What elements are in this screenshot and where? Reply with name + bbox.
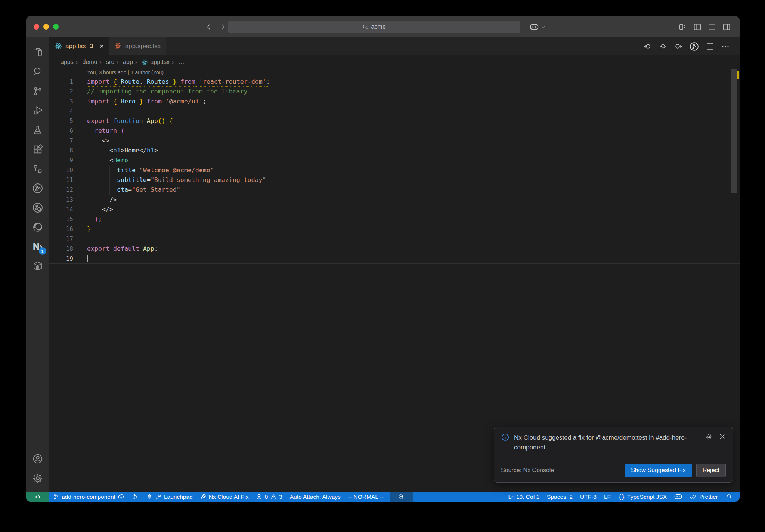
code-line[interactable]: 13 />: [49, 195, 740, 205]
toggle-primary-sidebar-icon[interactable]: [693, 23, 701, 31]
commit-graph-button[interactable]: [128, 492, 142, 502]
code-line[interactable]: 16}: [49, 224, 740, 234]
show-suggested-fix-button[interactable]: Show Suggested Fix: [625, 464, 692, 477]
code-line[interactable]: 17: [49, 234, 740, 244]
line-number[interactable]: 11: [49, 175, 73, 185]
sidebar-item-edge-devtools[interactable]: [26, 217, 49, 237]
line-number[interactable]: 17: [49, 234, 73, 244]
line-number[interactable]: 2: [49, 87, 73, 96]
zoom-window-button[interactable]: [53, 24, 59, 30]
toggle-secondary-sidebar-icon[interactable]: [722, 23, 731, 31]
line-number[interactable]: 18: [49, 244, 73, 254]
launchpad-button[interactable]: Launchpad: [142, 492, 196, 502]
command-center-search[interactable]: acme: [228, 21, 520, 33]
auto-attach-status[interactable]: Auto Attach: Always: [286, 492, 344, 502]
nav-edit-forward-icon[interactable]: [674, 42, 683, 51]
code-line[interactable]: 6 return (: [49, 126, 740, 136]
navigate-forward-icon[interactable]: [219, 23, 227, 31]
sidebar-item-hierarchy[interactable]: [26, 159, 49, 179]
eol-status[interactable]: LF: [600, 492, 614, 502]
breadcrumb-item[interactable]: app: [116, 58, 133, 66]
reject-button[interactable]: Reject: [696, 464, 726, 477]
nav-edit-back-icon[interactable]: [643, 42, 652, 51]
code-line[interactable]: 19: [49, 254, 740, 263]
line-number[interactable]: 12: [49, 185, 73, 195]
copilot-menu[interactable]: [530, 16, 545, 37]
line-number[interactable]: 8: [49, 146, 73, 155]
code-line[interactable]: 10 title="Welcmoe @acme/demo": [49, 166, 740, 175]
code-line[interactable]: 2// importing the component from the lib…: [49, 87, 740, 96]
line-number[interactable]: 1: [49, 77, 73, 87]
code-line[interactable]: 4: [49, 106, 740, 116]
code-line[interactable]: 7 <>: [49, 136, 740, 146]
line-number[interactable]: 19: [49, 254, 73, 264]
line-number[interactable]: 4: [49, 106, 73, 116]
sidebar-item-source-control[interactable]: [26, 81, 49, 101]
line-number[interactable]: 5: [49, 116, 73, 126]
indentation-status[interactable]: Spaces: 2: [543, 492, 576, 502]
notifications-bell[interactable]: [722, 492, 736, 502]
vim-mode-status[interactable]: -- NORMAL --: [344, 492, 387, 502]
accounts-button[interactable]: [26, 449, 49, 468]
line-number[interactable]: 7: [49, 136, 73, 146]
sidebar-item-extensions[interactable]: [26, 140, 49, 159]
sidebar-item-nx-project-details[interactable]: [26, 198, 49, 217]
sidebar-item-search[interactable]: [26, 62, 49, 81]
line-number[interactable]: 9: [49, 155, 73, 165]
code-line[interactable]: 15 );: [49, 214, 740, 224]
notification-close-icon[interactable]: [719, 433, 726, 452]
settings-button[interactable]: [26, 468, 49, 488]
run-project-icon[interactable]: [689, 41, 699, 52]
more-actions-icon[interactable]: [721, 42, 730, 51]
split-editor-icon[interactable]: [706, 42, 715, 51]
breadcrumb-item[interactable]: demo: [76, 58, 97, 66]
breadcrumb-item[interactable]: apps: [61, 59, 74, 65]
sidebar-item-run-debug[interactable]: [26, 101, 49, 120]
line-number[interactable]: 10: [49, 166, 73, 175]
tab-app-spec-tsx[interactable]: app.spec.tsx: [109, 37, 166, 55]
zoom-status[interactable]: [390, 492, 413, 502]
customize-layout-icon[interactable]: [679, 23, 687, 31]
sidebar-item-package[interactable]: [26, 256, 49, 276]
encoding-status[interactable]: UTF-8: [576, 492, 600, 502]
line-number[interactable]: 3: [49, 97, 73, 106]
close-window-button[interactable]: [34, 24, 39, 30]
code-line[interactable]: 5export function App() {: [49, 116, 740, 126]
remote-indicator[interactable]: [26, 492, 49, 502]
breadcrumb-item-symbol[interactable]: …: [172, 58, 185, 66]
nx-cloud-fix-button[interactable]: Nx Cloud AI Fix: [196, 492, 253, 502]
code-line[interactable]: 3import { Hero } from '@acme/ui';: [49, 97, 740, 106]
sidebar-item-testing[interactable]: [26, 120, 49, 140]
problems-status[interactable]: 0 3: [252, 492, 286, 502]
cursor-position-status[interactable]: Ln 19, Col 1: [504, 492, 543, 502]
code-line[interactable]: 11 subtitle="Build something amazing tod…: [49, 175, 740, 185]
minimize-window-button[interactable]: [43, 24, 49, 30]
code-line[interactable]: 14 </>: [49, 205, 740, 214]
nav-edit-location-icon[interactable]: [659, 42, 668, 51]
line-number[interactable]: 15: [49, 214, 73, 224]
sidebar-item-explorer[interactable]: [26, 43, 49, 62]
codelens-blame[interactable]: You, 3 hours ago | 1 author (You): [87, 69, 740, 77]
breadcrumb-item[interactable]: src: [99, 58, 114, 66]
line-number[interactable]: 14: [49, 205, 73, 214]
code-line[interactable]: 18export default App;: [49, 244, 740, 254]
formatter-status[interactable]: Prettier: [686, 492, 722, 502]
copilot-status[interactable]: [670, 492, 686, 502]
toggle-panel-icon[interactable]: [708, 23, 716, 31]
breadcrumb-item-file[interactable]: app.tsx: [135, 58, 170, 66]
close-tab-icon[interactable]: ×: [100, 43, 104, 50]
line-number[interactable]: 13: [49, 195, 73, 205]
line-number[interactable]: 6: [49, 126, 73, 136]
code-line[interactable]: 8 <h1>Home</h1>: [49, 146, 740, 155]
language-mode-status[interactable]: {} TypeScript JSX: [614, 492, 670, 502]
code-line[interactable]: 12 cta="Get Started": [49, 185, 740, 195]
line-number[interactable]: 16: [49, 224, 73, 234]
git-branch-status[interactable]: add-hero-component: [49, 492, 128, 502]
navigate-back-icon[interactable]: [205, 23, 213, 31]
vertical-scrollbar[interactable]: [731, 69, 737, 193]
code-line[interactable]: 1import { Route, Routes } from 'react-ro…: [49, 77, 740, 87]
tab-app-tsx[interactable]: app.tsx 3 ×: [49, 37, 109, 55]
sidebar-item-nx-graph[interactable]: [26, 179, 49, 198]
sidebar-item-nx-console[interactable]: N› 1: [26, 237, 49, 256]
code-line[interactable]: 9 <Hero: [49, 155, 740, 165]
